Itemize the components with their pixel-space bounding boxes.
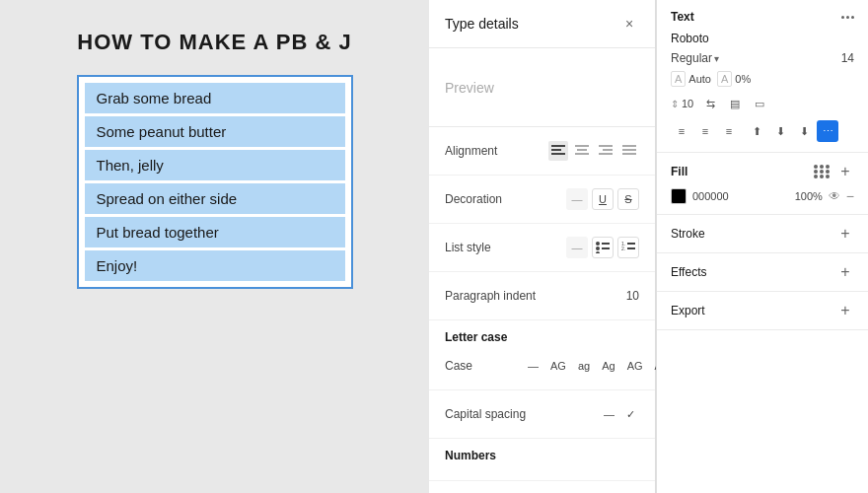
fill-grid-icon[interactable]	[814, 165, 831, 178]
font-style-chevron[interactable]: ▾	[714, 53, 719, 64]
list-bullet-btn[interactable]	[592, 237, 614, 258]
text-align-left-icon[interactable]: ≡	[671, 120, 692, 142]
svg-rect-8	[603, 149, 613, 151]
tracking-A-icon: A	[717, 71, 732, 87]
decoration-strikethrough-btn[interactable]: S	[617, 188, 639, 210]
decoration-label: Decoration	[445, 192, 524, 206]
effects-add-btn[interactable]: +	[836, 263, 854, 281]
svg-point-17	[596, 251, 600, 253]
text-more-icon[interactable]	[841, 16, 854, 19]
list-item[interactable]: Spread on either side	[85, 183, 345, 214]
text-section-header: Text	[671, 10, 854, 24]
text-clip-icon[interactable]: ▭	[749, 93, 770, 114]
effects-title: Effects	[671, 265, 706, 279]
decoration-section: Decoration — U S	[429, 176, 655, 224]
svg-rect-21	[627, 247, 635, 249]
list-number-btn[interactable]: 1.2.	[617, 237, 639, 258]
valign-top-icon[interactable]: ⬆	[746, 120, 767, 142]
case-lowercase-btn[interactable]: ag	[574, 358, 594, 374]
case-controls: — AG ag Ag AG AG	[524, 358, 674, 374]
decoration-none-btn[interactable]: —	[566, 188, 588, 210]
case-uppercase-btn[interactable]: AG	[546, 358, 570, 374]
list-style-controls: — 1.2.	[566, 237, 639, 258]
svg-rect-9	[599, 153, 613, 155]
text-align-row: ≡ ≡ ≡ ⬆ ⬇ ⬇ ⋯	[671, 120, 854, 142]
canvas-area: HOW TO MAKE A PB & J Grab some breadSome…	[0, 0, 429, 493]
fill-color-swatch[interactable]	[671, 188, 687, 204]
stroke-add-btn[interactable]: +	[836, 225, 854, 243]
svg-rect-16	[602, 247, 610, 249]
capital-spacing-check-btn[interactable]: ✓	[622, 406, 639, 423]
paragraph-indent-row: Paragraph indent 10	[445, 282, 639, 310]
list-item[interactable]: Put bread together	[85, 217, 345, 247]
align-justify-icon[interactable]	[619, 141, 639, 161]
text-wrap-icon[interactable]: ⇆	[699, 93, 721, 114]
list-box: Grab some breadSome peanut butterThen, j…	[77, 75, 353, 289]
case-none-btn[interactable]: —	[524, 358, 542, 374]
fill-section-title: Fill	[671, 165, 687, 178]
line-height-value: 10	[682, 98, 693, 109]
align-right-icon[interactable]	[596, 141, 615, 161]
svg-rect-5	[577, 149, 587, 151]
alignment-label: Alignment	[445, 144, 524, 158]
numbers-title: Numbers	[445, 449, 639, 462]
auto-label: Auto	[688, 73, 711, 85]
valign-active-icon[interactable]: ⋯	[817, 120, 838, 142]
export-add-btn[interactable]: +	[836, 302, 854, 319]
list-item[interactable]: Some peanut butter	[85, 116, 345, 147]
fill-section-header: Fill +	[671, 163, 854, 180]
font-size-value: 14	[841, 51, 854, 65]
text-overflow-icon[interactable]: ▤	[724, 93, 746, 114]
fill-opacity: 100%	[795, 190, 823, 202]
svg-rect-14	[602, 243, 610, 245]
svg-text:2.: 2.	[621, 246, 625, 251]
text-align-right-icon[interactable]: ≡	[718, 120, 740, 142]
export-title: Export	[671, 304, 705, 317]
case-smallcaps-btn[interactable]: AG	[623, 358, 647, 374]
line-height-icon: ⇕	[671, 99, 679, 109]
svg-rect-0	[551, 145, 565, 147]
close-button[interactable]: ×	[619, 14, 639, 34]
fill-color-row: 000000 100% 👁 −	[671, 188, 854, 204]
text-section: Text Roboto Regular ▾ 14 A Auto	[657, 0, 868, 153]
svg-rect-2	[551, 153, 565, 155]
list-item[interactable]: Then, jelly	[85, 150, 345, 180]
fill-remove-btn[interactable]: −	[846, 188, 854, 204]
alignment-row: Alignment	[445, 137, 639, 165]
effects-section: Effects +	[657, 253, 868, 292]
preview-label: Preview	[445, 80, 494, 96]
fill-add-btn[interactable]: +	[836, 163, 854, 180]
align-left-icon[interactable]	[548, 141, 568, 161]
decoration-controls: — U S	[566, 188, 639, 210]
svg-rect-4	[575, 145, 589, 147]
list-item[interactable]: Grab some bread	[85, 83, 345, 113]
letter-case-title: Letter case	[445, 330, 639, 344]
text-align-center-icon[interactable]: ≡	[694, 120, 716, 142]
capital-spacing-row: Capital spacing — ✓	[445, 400, 639, 428]
percent-label: 0%	[735, 73, 751, 85]
type-panel-title: Type details	[445, 16, 519, 32]
font-style-row: Regular ▾ 14	[671, 51, 854, 65]
list-none-btn[interactable]: —	[566, 237, 588, 258]
fill-visibility-icon[interactable]: 👁	[829, 189, 840, 203]
valign-middle-icon[interactable]: ⬇	[769, 120, 791, 142]
svg-point-15	[596, 246, 600, 250]
font-name-row: Roboto	[671, 32, 854, 45]
auto-row: A Auto A 0%	[671, 71, 854, 87]
type-panel-header: Type details ×	[429, 0, 655, 48]
list-item[interactable]: Enjoy!	[85, 250, 345, 281]
alignment-section: Alignment	[429, 127, 655, 176]
capital-spacing-dash-btn[interactable]: —	[600, 406, 618, 422]
paragraph-indent-value: 10	[626, 289, 639, 303]
valign-bottom-icon[interactable]: ⬇	[793, 120, 815, 142]
letter-case-section: Letter case Case — AG ag Ag AG AG	[429, 320, 655, 390]
decoration-underline-btn[interactable]: U	[592, 188, 614, 210]
capital-spacing-section: Capital spacing — ✓	[429, 390, 655, 439]
auto-A-icon: A	[671, 71, 686, 87]
align-center-icon[interactable]	[572, 141, 592, 161]
svg-rect-1	[551, 149, 561, 151]
case-capitalize-btn[interactable]: Ag	[598, 358, 618, 374]
stroke-title: Stroke	[671, 227, 705, 241]
case-label: Case	[445, 359, 524, 373]
alignment-controls	[548, 141, 639, 161]
